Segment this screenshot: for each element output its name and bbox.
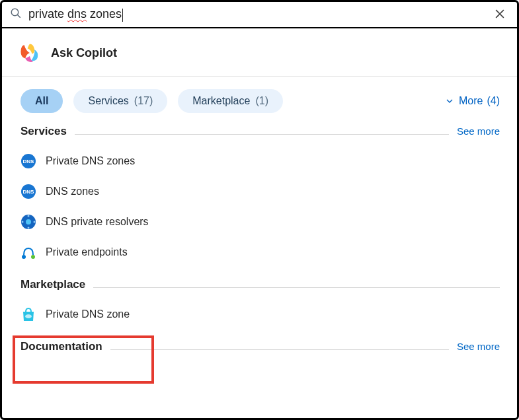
services-see-more-link[interactable]: See more [457, 125, 500, 137]
section-header: Documentation See more [20, 340, 500, 353]
svg-point-10 [28, 215, 30, 217]
svg-point-14 [22, 255, 26, 259]
result-label: DNS private resolvers [46, 216, 149, 228]
search-bar: private dns zones [2, 2, 517, 28]
documentation-see-more-link[interactable]: See more [457, 341, 500, 352]
filter-row: All Services (17) Marketplace (1) More (… [2, 77, 517, 123]
filter-pill-marketplace[interactable]: Marketplace (1) [178, 89, 283, 113]
chevron-down-icon [444, 96, 455, 106]
section-title: Services [20, 125, 67, 138]
filter-more-button[interactable]: More (4) [444, 95, 500, 107]
ask-copilot-row[interactable]: Ask Copilot [2, 28, 517, 77]
result-list: DNS Private DNS zones DNS DNS zones DNS … [20, 146, 500, 277]
svg-point-11 [28, 227, 30, 229]
copilot-title: Ask Copilot [51, 46, 117, 60]
section-title: Marketplace [20, 278, 85, 291]
pill-count: (17) [134, 95, 153, 107]
section-rule [93, 287, 500, 288]
svg-line-1 [18, 15, 20, 18]
service-item-dns-private-resolvers[interactable]: DNS private resolvers [20, 207, 500, 237]
resolver-icon [20, 214, 36, 230]
pill-label: Marketplace [192, 95, 250, 107]
svg-point-0 [11, 9, 19, 16]
section-title: Documentation [20, 340, 102, 353]
service-item-private-dns-zones[interactable]: DNS Private DNS zones [20, 146, 500, 176]
pill-count: (1) [255, 95, 268, 107]
svg-point-15 [31, 255, 35, 259]
filter-pill-services[interactable]: Services (17) [73, 89, 167, 113]
svg-point-12 [22, 221, 24, 223]
search-icon [10, 7, 22, 22]
svg-text:DNS: DNS [23, 189, 35, 195]
section-header: Services See more [20, 125, 500, 138]
svg-text:DNS: DNS [23, 158, 35, 164]
service-item-private-endpoints[interactable]: Private endpoints [20, 237, 500, 267]
section-rule [110, 349, 449, 350]
svg-point-16 [25, 314, 32, 318]
result-label: Private endpoints [46, 246, 128, 258]
section-services: Services See more DNS Private DNS zones … [2, 123, 517, 277]
svg-point-13 [34, 221, 36, 223]
more-label: More [459, 95, 483, 107]
clear-search-button[interactable] [491, 5, 509, 25]
search-input[interactable]: private dns zones [28, 7, 484, 21]
pill-label: Services [88, 95, 128, 107]
dns-badge-icon: DNS [20, 184, 36, 199]
section-header: Marketplace [20, 278, 500, 291]
more-count: (4) [487, 95, 500, 107]
result-label: DNS zones [46, 186, 99, 197]
result-list: Private DNS zone [20, 299, 500, 339]
result-label: Private DNS zones [46, 155, 135, 167]
dns-badge-icon: DNS [20, 153, 36, 169]
section-documentation: Documentation See more [2, 339, 517, 353]
pill-label: All [35, 95, 48, 107]
result-label: Private DNS zone [46, 308, 130, 320]
service-item-dns-zones[interactable]: DNS DNS zones [20, 176, 500, 207]
marketplace-item-private-dns-zone[interactable]: Private DNS zone [20, 299, 500, 330]
copilot-logo-icon [18, 42, 42, 64]
filter-pill-all[interactable]: All [20, 89, 63, 113]
section-rule [75, 134, 449, 135]
svg-point-9 [26, 219, 31, 225]
endpoints-icon [20, 244, 36, 260]
section-marketplace: Marketplace Private DNS zone [2, 277, 517, 339]
bag-icon [20, 306, 36, 322]
